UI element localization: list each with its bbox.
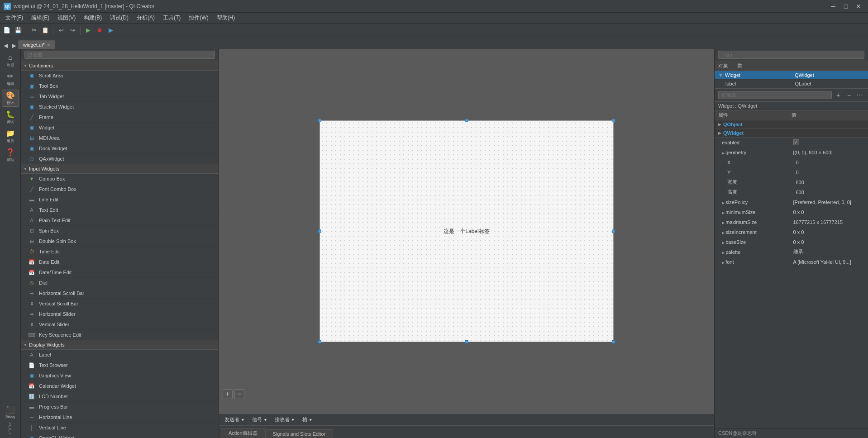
menu-item-debug[interactable]: 调试(D) — [106, 13, 132, 23]
widget-double-spin-box[interactable]: ⊞ Double Spin Box — [21, 236, 219, 247]
prop-section-qwidget[interactable]: ▶ QWidget — [715, 129, 868, 138]
menu-item-edit[interactable]: 编辑(E) — [28, 13, 53, 23]
widget-datetime-edit[interactable]: 📅 Date/Time Edit — [21, 267, 219, 278]
tab-widget-ui[interactable]: widget.ui* ✕ — [18, 40, 55, 49]
prop-x[interactable]: X 0 — [715, 157, 868, 167]
menu-item-help[interactable]: 帮助(H) — [213, 13, 239, 23]
prop-add-button[interactable]: + — [834, 90, 843, 100]
widget-plain-text-edit[interactable]: A Plain Text Edit — [21, 215, 219, 226]
handle-top-right[interactable] — [612, 119, 615, 122]
widget-tab-widget[interactable]: ▭ Tab Widget — [21, 91, 219, 102]
widget-scroll-area[interactable]: ▣ Scroll Area — [21, 71, 219, 81]
minimize-button[interactable]: ─ — [827, 1, 839, 11]
toolbar-new[interactable]: 📄 — [2, 25, 12, 35]
widget-combo-box[interactable]: ▼ Combo Box — [21, 174, 219, 184]
widget-filter-input[interactable] — [24, 51, 215, 59]
close-button[interactable]: ✕ — [853, 1, 864, 11]
canvas-remove-button[interactable]: − — [234, 389, 244, 399]
menu-item-file[interactable]: 文件(F) — [2, 13, 27, 23]
prop-min-size[interactable]: minimumSize 0 x 0 — [715, 207, 868, 217]
receiver-button[interactable]: 接收者 ▼ — [273, 415, 297, 424]
widget-widget[interactable]: ▣ Widget — [21, 123, 219, 133]
widget-lcd-number[interactable]: 🔢 LCD Number — [21, 391, 219, 402]
toolbar-cut[interactable]: ✂ — [29, 25, 39, 35]
sidebar-welcome[interactable]: ⌂ 欢迎 — [2, 52, 19, 69]
widget-dial[interactable]: ◎ Dial — [21, 278, 219, 288]
widget-stacked-widget[interactable]: ▣ Stacked Widget — [21, 102, 219, 112]
prop-geometry[interactable]: geometry [(0, 0), 800 × 600] — [715, 148, 868, 157]
handle-top-mid[interactable] — [465, 119, 468, 122]
widget-dock-widget[interactable]: ▣ Dock Widget — [21, 143, 219, 154]
widget-text-browser[interactable]: 📄 Text Browser — [21, 360, 219, 371]
prop-max-size[interactable]: maximumSize 16777215 x 16777215 — [715, 217, 868, 227]
widget-time-edit[interactable]: ⏱ Time Edit — [21, 247, 219, 257]
prop-width[interactable]: 宽度 800 — [715, 177, 868, 187]
widget-h-scroll-bar[interactable]: ⬌ Horizontal Scroll Bar — [21, 288, 219, 299]
widget-progress-bar[interactable]: ▬ Progress Bar — [21, 402, 219, 412]
obj-row-label[interactable]: label QLabel — [715, 80, 868, 88]
widget-calendar[interactable]: 📅 Calendar Widget — [21, 381, 219, 391]
widget-h-line[interactable]: ─ Horizontal Line — [21, 412, 219, 423]
handle-bot-right[interactable] — [612, 340, 615, 343]
canvas-add-button[interactable]: + — [223, 389, 233, 399]
toolbar-stop[interactable]: ⏹ — [95, 25, 105, 35]
tab-action-editor[interactable]: Action编辑器 — [221, 428, 265, 438]
tab-nav-next[interactable]: ▶ — [10, 42, 18, 49]
sidebar-debug-panel[interactable]: ⬛ Debug — [2, 403, 19, 420]
sidebar-project[interactable]: 📁 项目 — [2, 128, 19, 145]
tab-signals-slots[interactable]: Signals and Slots Editor — [265, 429, 334, 438]
prop-y[interactable]: Y 0 — [715, 167, 868, 177]
toolbar-copy[interactable]: 📋 — [40, 25, 50, 35]
widget-opengl[interactable]: ▣ OpenGL Widget — [21, 433, 219, 438]
prop-base-size[interactable]: baseSize 0 x 0 — [715, 237, 868, 247]
widget-h-slider[interactable]: ⬌ Horizontal Slider — [21, 309, 219, 319]
widget-text-edit[interactable]: A Text Edit — [21, 205, 219, 215]
handle-bot-left[interactable] — [318, 340, 321, 343]
sidebar-design[interactable]: 🎨 设计 — [2, 90, 19, 107]
menu-item-build[interactable]: 构建(B) — [80, 13, 105, 23]
prop-size-policy[interactable]: sizePolicy [Preferred, Preferred, 0, 0] — [715, 197, 868, 207]
widget-mdi-area[interactable]: ⊞ MDI Area — [21, 133, 219, 143]
widget-v-scroll-bar[interactable]: ⬍ Vertical Scroll Bar — [21, 299, 219, 309]
widget-spin-box[interactable]: ⊞ Spin Box — [21, 226, 219, 236]
prop-size-increment[interactable]: sizeIncrement 0 x 0 — [715, 227, 868, 237]
toolbar-redo[interactable]: ↪ — [67, 25, 77, 35]
sender-button[interactable]: 发送者 ▼ — [223, 415, 247, 424]
signal-button[interactable]: 信号 ▼ — [250, 415, 269, 424]
menu-item-view[interactable]: 视图(V) — [54, 13, 79, 23]
toolbar-undo[interactable]: ↩ — [56, 25, 66, 35]
prop-filter-input[interactable] — [718, 91, 832, 99]
prop-remove-button[interactable]: − — [844, 90, 854, 100]
maximize-button[interactable]: □ — [840, 1, 852, 11]
sidebar-help[interactable]: ❓ 帮助 — [2, 147, 19, 164]
widget-frame[interactable]: ╱ Frame — [21, 112, 219, 123]
toolbar-debug-run[interactable]: ▶ — [106, 25, 116, 35]
design-canvas[interactable]: 这是一个Label标签 — [320, 120, 614, 342]
tab-close-icon[interactable]: ✕ — [47, 43, 50, 48]
enabled-checkbox[interactable]: ✓ — [793, 139, 799, 145]
widget-label[interactable]: A Label — [21, 350, 219, 360]
widget-qax-widget[interactable]: ⬡ QAxWidget — [21, 154, 219, 164]
sidebar-debug[interactable]: 🐛 调试 — [2, 109, 19, 126]
object-filter-input[interactable] — [718, 51, 864, 59]
widget-line-edit[interactable]: ▬ Line Edit — [21, 195, 219, 205]
handle-mid-left[interactable] — [318, 230, 321, 233]
toolbar-save[interactable]: 💾 — [13, 25, 23, 35]
prop-palette[interactable]: palette 继承 — [715, 247, 868, 257]
prop-height[interactable]: 高度 600 — [715, 187, 868, 197]
canvas-container[interactable]: 这是一个Label标签 + − — [219, 49, 714, 414]
toolbar-run[interactable]: ▶ — [83, 25, 93, 35]
handle-bot-mid[interactable] — [465, 340, 468, 343]
widget-v-slider[interactable]: ⬍ Vertical Slider — [21, 319, 219, 330]
prop-more-button[interactable]: ⋯ — [855, 90, 864, 100]
slot-button[interactable]: 槽 ▼ — [300, 415, 315, 424]
sidebar-edit[interactable]: ✏ 编辑 — [2, 71, 19, 88]
handle-mid-right[interactable] — [612, 230, 615, 233]
widget-font-combo-box[interactable]: ╱ Font Combo Box — [21, 184, 219, 195]
prop-font[interactable]: font A [Microsoft YaHei UI, 9...] — [715, 257, 868, 267]
section-display-widgets[interactable]: ▼ Display Widgets — [21, 340, 219, 350]
widget-v-line[interactable]: │ Vertical Line — [21, 423, 219, 433]
handle-top-left[interactable] — [318, 119, 321, 122]
prop-enabled[interactable]: enabled ✓ — [715, 138, 868, 148]
section-containers[interactable]: ▼ Containers — [21, 61, 219, 71]
